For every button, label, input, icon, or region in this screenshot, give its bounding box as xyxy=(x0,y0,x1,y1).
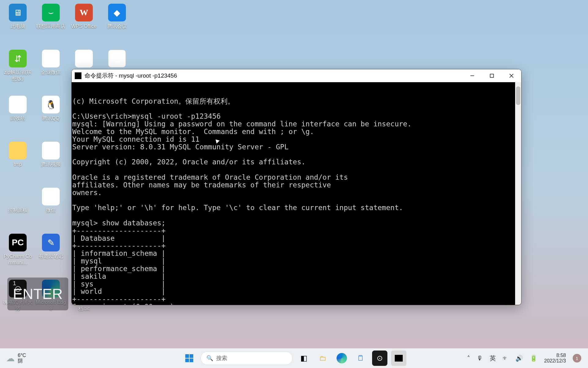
explorer-taskbar-icon[interactable]: 🗀 xyxy=(315,351,330,366)
scrollbar[interactable] xyxy=(515,82,521,305)
desktop-icon-label: 控制面板 xyxy=(8,207,28,214)
desktop-icon-label: 微信 xyxy=(46,207,56,214)
desktop-icon-zip[interactable]: ⇵zip解压缩(联想版) xyxy=(2,48,33,94)
desktop-icon-youdao[interactable]: ✎有道云笔记 xyxy=(36,232,66,278)
tmp-icon xyxy=(9,142,27,159)
desktop-icon-pycharm[interactable]: PCPyCharm Communi... xyxy=(2,232,33,278)
edge-taskbar-icon[interactable] xyxy=(334,351,349,366)
desktop-icon-label: 腾讯视频 xyxy=(41,161,61,168)
task-view-button[interactable]: ◧ xyxy=(296,351,311,366)
keystroke-overlay: 1 ENTER xyxy=(7,278,68,310)
clock-time: 8:58 xyxy=(556,353,566,358)
zip-icon: ⇵ xyxy=(9,50,27,67)
desktop-icon-pc[interactable]: 🖥此电脑 xyxy=(2,2,33,48)
desktop-icon-label: WPS Office xyxy=(71,23,96,30)
scrollbar-thumb[interactable] xyxy=(516,86,520,105)
desktop-icon-label: 联想应用商店 xyxy=(36,23,66,30)
svg-rect-1 xyxy=(490,74,494,78)
ime-indicator[interactable]: 英 xyxy=(490,354,496,362)
svg-rect-7 xyxy=(190,358,193,362)
svg-rect-6 xyxy=(185,358,189,362)
window-title: 命令提示符 - mysql -uroot -p123456 xyxy=(85,72,177,80)
terminal-output[interactable]: (c) Microsoft Corporation。保留所有权利。 C:\Use… xyxy=(72,82,521,305)
wps-icon: W xyxy=(75,4,93,21)
desktop-icon-wps[interactable]: WWPS Office xyxy=(69,2,99,48)
taskbar-clock[interactable]: 8:58 2022/12/3 xyxy=(544,353,566,364)
wechat-icon: ✆ xyxy=(42,188,60,205)
desktop-icon-label: 腾讯会议 xyxy=(107,23,127,30)
minimize-button[interactable] xyxy=(462,69,482,82)
desktop-icon-qq[interactable]: 🐧腾讯QQ xyxy=(36,94,66,140)
recycle-icon: ♻ xyxy=(9,96,27,113)
desktop-icon-label: 腾讯QQ xyxy=(42,115,60,122)
desktop-icon-wechat[interactable]: ✆微信 xyxy=(36,186,66,232)
weather-widget[interactable]: ☁ 6°C 阴 xyxy=(0,353,26,364)
desktop-icon-tencent-video[interactable]: ▶腾讯视频 xyxy=(36,140,66,186)
close-button[interactable] xyxy=(502,69,521,82)
weather-icon: ☁ xyxy=(6,353,15,363)
weather-temp: 6°C xyxy=(18,353,26,358)
desktop-icon-lenovo-store[interactable]: ⌣联想应用商店 xyxy=(36,2,66,48)
tray-wifi-icon[interactable]: ᯤ xyxy=(503,355,509,362)
start-button[interactable] xyxy=(182,351,197,366)
youdao-icon: ✎ xyxy=(42,234,60,251)
maximize-button[interactable] xyxy=(482,69,502,82)
svg-rect-5 xyxy=(190,354,193,358)
wecom-icon: ◌ xyxy=(42,50,60,67)
cmd-icon xyxy=(75,72,81,79)
desktop-icon-label: 企业微信 xyxy=(41,69,61,76)
clock-date: 2022/12/3 xyxy=(544,358,566,364)
desktop-icon-wecom[interactable]: ◌企业微信 xyxy=(36,48,66,94)
desktop-icon-recycle[interactable]: ♻回收站 xyxy=(2,94,33,140)
desktop-icon-label: PyCharm Communi... xyxy=(2,253,33,266)
tray-battery-icon[interactable]: 🔋 xyxy=(530,355,537,362)
taskbar: ☁ 6°C 阴 🔍 搜索 ◧ 🗀 🗒 ⊙ ˄ 🎙 英 ᯤ 🔊 🔋 8:58 20… xyxy=(0,348,588,368)
notification-badge[interactable]: 1 xyxy=(573,354,581,362)
search-icon: 🔍 xyxy=(206,355,213,362)
desktop: 🖥此电脑⌣联想应用商店WWPS Office◆腾讯会议⇵zip解压缩(联想版)◌… xyxy=(0,0,588,350)
lenovo-store-icon: ⌣ xyxy=(42,4,60,21)
control-panel-icon xyxy=(9,188,27,205)
cmd-window: 命令提示符 - mysql -uroot -p123456 (c) Micros… xyxy=(71,69,522,305)
qq-icon: 🐧 xyxy=(42,96,60,113)
pc-icon: 🖥 xyxy=(9,4,27,21)
desktop-icon-label: zip解压缩(联想版) xyxy=(2,69,33,82)
tray-volume-icon[interactable]: 🔊 xyxy=(515,355,523,362)
pycharm-icon: PC xyxy=(9,234,27,251)
cmd-taskbar-icon[interactable] xyxy=(391,351,406,366)
recorder-taskbar-icon[interactable]: ⊙ xyxy=(372,351,387,366)
desktop-icon-label: 回收站 xyxy=(10,115,25,122)
weather-desc: 阴 xyxy=(18,358,26,364)
desktop-icon-label: tmp xyxy=(14,161,22,168)
tray-chevron-icon[interactable]: ˄ xyxy=(467,355,470,362)
tray-mic-icon[interactable]: 🎙 xyxy=(477,355,483,362)
doc-icon: ≣ xyxy=(108,50,126,67)
desktop-icon-label: 有道云笔记 xyxy=(39,253,63,260)
notepad-taskbar-icon[interactable]: 🗒 xyxy=(353,351,368,366)
taskbar-search[interactable]: 🔍 搜索 xyxy=(201,351,292,365)
desktop-icon-tmp[interactable]: tmp xyxy=(2,140,33,186)
tencent-video-icon: ▶ xyxy=(42,142,60,159)
desktop-icon-control-panel[interactable]: 控制面板 xyxy=(2,186,33,232)
desktop-icon-tencent-meet[interactable]: ◆腾讯会议 xyxy=(102,2,132,48)
titlebar[interactable]: 命令提示符 - mysql -uroot -p123456 xyxy=(72,69,521,82)
tencent-meet-icon: ◆ xyxy=(108,4,126,21)
desktop-icon-label: 此电脑 xyxy=(10,23,25,30)
svg-rect-4 xyxy=(185,354,189,358)
baidu-disk-icon: ∞ xyxy=(75,50,93,67)
search-placeholder: 搜索 xyxy=(216,355,227,362)
